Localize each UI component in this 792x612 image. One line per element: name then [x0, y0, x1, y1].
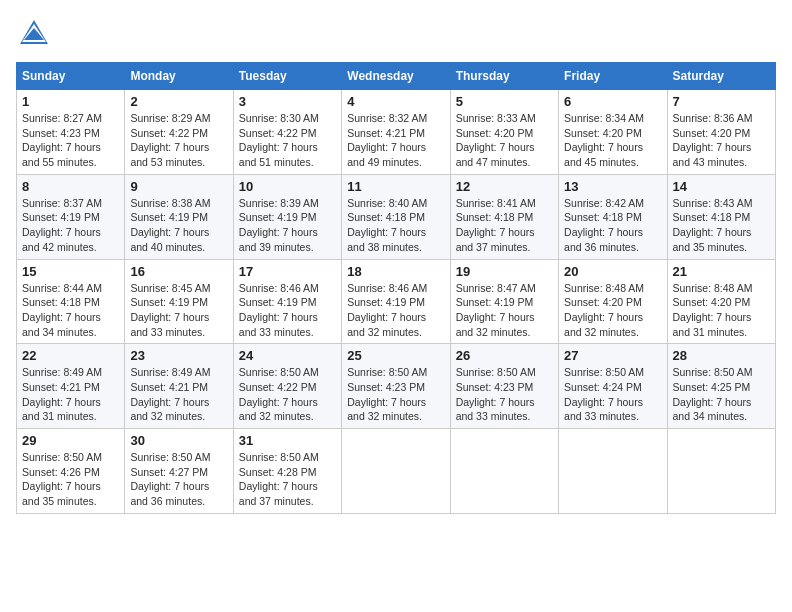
day-info: Sunrise: 8:46 AM Sunset: 4:19 PM Dayligh…	[239, 281, 336, 340]
day-number: 22	[22, 348, 119, 363]
weekday-header-thursday: Thursday	[450, 63, 558, 90]
week-row-3: 15 Sunrise: 8:44 AM Sunset: 4:18 PM Dayl…	[17, 259, 776, 344]
week-row-5: 29 Sunrise: 8:50 AM Sunset: 4:26 PM Dayl…	[17, 429, 776, 514]
day-number: 20	[564, 264, 661, 279]
day-info: Sunrise: 8:36 AM Sunset: 4:20 PM Dayligh…	[673, 111, 770, 170]
day-info: Sunrise: 8:46 AM Sunset: 4:19 PM Dayligh…	[347, 281, 444, 340]
day-number: 4	[347, 94, 444, 109]
day-number: 23	[130, 348, 227, 363]
weekday-header-friday: Friday	[559, 63, 667, 90]
day-number: 24	[239, 348, 336, 363]
calendar-cell: 12 Sunrise: 8:41 AM Sunset: 4:18 PM Dayl…	[450, 174, 558, 259]
header	[16, 16, 776, 52]
day-info: Sunrise: 8:37 AM Sunset: 4:19 PM Dayligh…	[22, 196, 119, 255]
calendar-cell: 13 Sunrise: 8:42 AM Sunset: 4:18 PM Dayl…	[559, 174, 667, 259]
weekday-header-saturday: Saturday	[667, 63, 775, 90]
weekday-header-sunday: Sunday	[17, 63, 125, 90]
day-number: 12	[456, 179, 553, 194]
day-number: 18	[347, 264, 444, 279]
calendar-cell: 16 Sunrise: 8:45 AM Sunset: 4:19 PM Dayl…	[125, 259, 233, 344]
day-info: Sunrise: 8:49 AM Sunset: 4:21 PM Dayligh…	[22, 365, 119, 424]
day-number: 29	[22, 433, 119, 448]
weekday-header-wednesday: Wednesday	[342, 63, 450, 90]
day-info: Sunrise: 8:33 AM Sunset: 4:20 PM Dayligh…	[456, 111, 553, 170]
calendar-cell	[667, 429, 775, 514]
calendar-cell	[342, 429, 450, 514]
day-info: Sunrise: 8:44 AM Sunset: 4:18 PM Dayligh…	[22, 281, 119, 340]
week-row-2: 8 Sunrise: 8:37 AM Sunset: 4:19 PM Dayli…	[17, 174, 776, 259]
day-info: Sunrise: 8:50 AM Sunset: 4:27 PM Dayligh…	[130, 450, 227, 509]
week-row-1: 1 Sunrise: 8:27 AM Sunset: 4:23 PM Dayli…	[17, 90, 776, 175]
day-info: Sunrise: 8:50 AM Sunset: 4:28 PM Dayligh…	[239, 450, 336, 509]
calendar-cell: 20 Sunrise: 8:48 AM Sunset: 4:20 PM Dayl…	[559, 259, 667, 344]
calendar-cell: 5 Sunrise: 8:33 AM Sunset: 4:20 PM Dayli…	[450, 90, 558, 175]
day-info: Sunrise: 8:38 AM Sunset: 4:19 PM Dayligh…	[130, 196, 227, 255]
calendar-cell: 1 Sunrise: 8:27 AM Sunset: 4:23 PM Dayli…	[17, 90, 125, 175]
day-number: 15	[22, 264, 119, 279]
day-info: Sunrise: 8:42 AM Sunset: 4:18 PM Dayligh…	[564, 196, 661, 255]
calendar-cell: 26 Sunrise: 8:50 AM Sunset: 4:23 PM Dayl…	[450, 344, 558, 429]
calendar-cell: 21 Sunrise: 8:48 AM Sunset: 4:20 PM Dayl…	[667, 259, 775, 344]
calendar-cell: 9 Sunrise: 8:38 AM Sunset: 4:19 PM Dayli…	[125, 174, 233, 259]
week-row-4: 22 Sunrise: 8:49 AM Sunset: 4:21 PM Dayl…	[17, 344, 776, 429]
logo-icon	[16, 16, 52, 52]
day-info: Sunrise: 8:49 AM Sunset: 4:21 PM Dayligh…	[130, 365, 227, 424]
day-info: Sunrise: 8:40 AM Sunset: 4:18 PM Dayligh…	[347, 196, 444, 255]
day-info: Sunrise: 8:45 AM Sunset: 4:19 PM Dayligh…	[130, 281, 227, 340]
calendar-cell: 7 Sunrise: 8:36 AM Sunset: 4:20 PM Dayli…	[667, 90, 775, 175]
day-number: 9	[130, 179, 227, 194]
calendar-cell: 6 Sunrise: 8:34 AM Sunset: 4:20 PM Dayli…	[559, 90, 667, 175]
day-number: 2	[130, 94, 227, 109]
day-number: 8	[22, 179, 119, 194]
day-number: 10	[239, 179, 336, 194]
day-info: Sunrise: 8:27 AM Sunset: 4:23 PM Dayligh…	[22, 111, 119, 170]
calendar-cell: 30 Sunrise: 8:50 AM Sunset: 4:27 PM Dayl…	[125, 429, 233, 514]
calendar-cell: 25 Sunrise: 8:50 AM Sunset: 4:23 PM Dayl…	[342, 344, 450, 429]
logo-area	[16, 16, 56, 52]
day-info: Sunrise: 8:50 AM Sunset: 4:24 PM Dayligh…	[564, 365, 661, 424]
calendar-cell: 19 Sunrise: 8:47 AM Sunset: 4:19 PM Dayl…	[450, 259, 558, 344]
day-number: 5	[456, 94, 553, 109]
day-number: 31	[239, 433, 336, 448]
day-info: Sunrise: 8:30 AM Sunset: 4:22 PM Dayligh…	[239, 111, 336, 170]
day-number: 19	[456, 264, 553, 279]
day-number: 17	[239, 264, 336, 279]
calendar-table: SundayMondayTuesdayWednesdayThursdayFrid…	[16, 62, 776, 514]
calendar-cell: 15 Sunrise: 8:44 AM Sunset: 4:18 PM Dayl…	[17, 259, 125, 344]
calendar-cell: 27 Sunrise: 8:50 AM Sunset: 4:24 PM Dayl…	[559, 344, 667, 429]
day-number: 1	[22, 94, 119, 109]
calendar-cell	[559, 429, 667, 514]
day-number: 11	[347, 179, 444, 194]
day-number: 16	[130, 264, 227, 279]
day-info: Sunrise: 8:50 AM Sunset: 4:26 PM Dayligh…	[22, 450, 119, 509]
day-number: 30	[130, 433, 227, 448]
day-info: Sunrise: 8:43 AM Sunset: 4:18 PM Dayligh…	[673, 196, 770, 255]
calendar-cell: 17 Sunrise: 8:46 AM Sunset: 4:19 PM Dayl…	[233, 259, 341, 344]
day-info: Sunrise: 8:48 AM Sunset: 4:20 PM Dayligh…	[564, 281, 661, 340]
day-info: Sunrise: 8:41 AM Sunset: 4:18 PM Dayligh…	[456, 196, 553, 255]
day-info: Sunrise: 8:32 AM Sunset: 4:21 PM Dayligh…	[347, 111, 444, 170]
calendar-cell: 23 Sunrise: 8:49 AM Sunset: 4:21 PM Dayl…	[125, 344, 233, 429]
weekday-header-row: SundayMondayTuesdayWednesdayThursdayFrid…	[17, 63, 776, 90]
calendar-cell: 31 Sunrise: 8:50 AM Sunset: 4:28 PM Dayl…	[233, 429, 341, 514]
day-info: Sunrise: 8:29 AM Sunset: 4:22 PM Dayligh…	[130, 111, 227, 170]
day-number: 14	[673, 179, 770, 194]
day-info: Sunrise: 8:48 AM Sunset: 4:20 PM Dayligh…	[673, 281, 770, 340]
weekday-header-monday: Monday	[125, 63, 233, 90]
day-info: Sunrise: 8:50 AM Sunset: 4:23 PM Dayligh…	[456, 365, 553, 424]
day-info: Sunrise: 8:50 AM Sunset: 4:25 PM Dayligh…	[673, 365, 770, 424]
calendar-cell: 14 Sunrise: 8:43 AM Sunset: 4:18 PM Dayl…	[667, 174, 775, 259]
day-number: 13	[564, 179, 661, 194]
calendar-cell: 3 Sunrise: 8:30 AM Sunset: 4:22 PM Dayli…	[233, 90, 341, 175]
day-number: 26	[456, 348, 553, 363]
weekday-header-tuesday: Tuesday	[233, 63, 341, 90]
calendar-cell	[450, 429, 558, 514]
calendar-cell: 10 Sunrise: 8:39 AM Sunset: 4:19 PM Dayl…	[233, 174, 341, 259]
day-info: Sunrise: 8:50 AM Sunset: 4:23 PM Dayligh…	[347, 365, 444, 424]
calendar-cell: 29 Sunrise: 8:50 AM Sunset: 4:26 PM Dayl…	[17, 429, 125, 514]
day-info: Sunrise: 8:34 AM Sunset: 4:20 PM Dayligh…	[564, 111, 661, 170]
day-number: 27	[564, 348, 661, 363]
day-number: 28	[673, 348, 770, 363]
calendar-cell: 22 Sunrise: 8:49 AM Sunset: 4:21 PM Dayl…	[17, 344, 125, 429]
day-number: 3	[239, 94, 336, 109]
